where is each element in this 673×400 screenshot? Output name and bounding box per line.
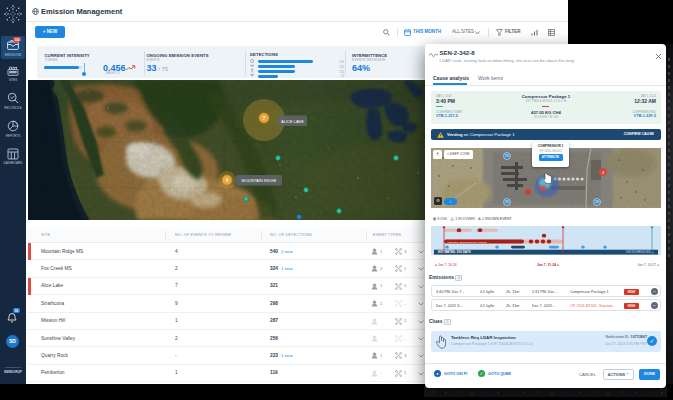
svg-text:ESTIMATED: 500 DAYS: ESTIMATED: 500 DAYS — [438, 250, 471, 254]
svg-text:ALICE LAKE: ALICE LAKE — [281, 119, 304, 124]
svg-text:VENTING: BLOWDOWN 1 ISSUE: VENTING: BLOWDOWN 1 ISSUE — [447, 241, 487, 244]
svg-text:280: 280 — [595, 200, 600, 204]
svg-text:280: 280 — [505, 154, 510, 158]
svg-text:280: 280 — [505, 200, 510, 204]
svg-text:MOUNTAIN RIDGE: MOUNTAIN RIDGE — [242, 178, 277, 183]
svg-text:OGI SCHEDULED ◎: OGI SCHEDULED ◎ — [626, 250, 655, 254]
